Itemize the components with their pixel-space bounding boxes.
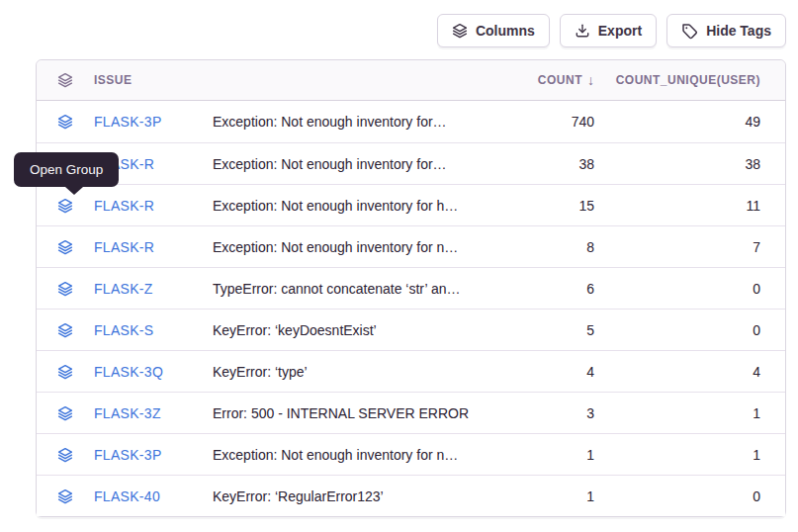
issue-group-icon[interactable]: [57, 364, 73, 380]
issues-table: ISSUE COUNT ↓ COUNT_UNIQUE(USER) FLASK-3…: [36, 59, 786, 517]
open-group-tooltip: Open Group: [14, 152, 119, 187]
table-body: FLASK-3P Exception: Not enough inventory…: [37, 101, 785, 516]
layers-icon: [57, 72, 73, 88]
issue-title: KeyError: ‘keyDoesntExist’: [213, 322, 505, 338]
count-value: 8: [586, 239, 594, 255]
issue-id-link[interactable]: FLASK-3Z: [94, 405, 213, 421]
count-value: 6: [586, 281, 594, 297]
issue-title: Error: 500 - INTERNAL SERVER ERROR: [213, 405, 505, 421]
issue-title: KeyError: ‘type’: [213, 364, 505, 380]
table-row[interactable]: FLASK-3P Exception: Not enough inventory…: [37, 101, 785, 142]
count-unique-value: 11: [746, 198, 760, 214]
issue-id-link[interactable]: FLASK-S: [94, 322, 213, 338]
open-group-tooltip-label: Open Group: [30, 162, 103, 177]
issue-title: Exception: Not enough inventory for n…: [213, 239, 505, 255]
hide-tags-button-label: Hide Tags: [706, 23, 771, 39]
layers-icon: [452, 23, 468, 39]
count-unique-value: 0: [753, 281, 760, 297]
count-value: 740: [572, 114, 594, 130]
issue-title: Exception: Not enough inventory for…: [213, 156, 505, 172]
issue-column-header: ISSUE: [94, 73, 213, 87]
tag-icon: [681, 23, 698, 40]
count-unique-value: 1: [753, 405, 760, 421]
table-row[interactable]: FLASK-Z TypeError: cannot concatenate ‘s…: [37, 267, 785, 309]
table-row[interactable]: FLASK-40 KeyError: ‘RegularError123’ 1 0: [37, 475, 785, 516]
count-unique-value: 7: [753, 239, 760, 255]
toolbar: Columns Export Hide Tags: [437, 14, 786, 47]
count-value: 38: [578, 156, 594, 172]
issue-group-icon[interactable]: [57, 322, 73, 338]
download-icon: [575, 23, 590, 39]
issue-group-icon[interactable]: [57, 114, 73, 130]
issue-title: TypeError: cannot concatenate ‘str’ an…: [213, 281, 505, 297]
issue-title: Exception: Not enough inventory for n…: [213, 447, 505, 463]
hide-tags-button[interactable]: Hide Tags: [666, 14, 786, 47]
table-row[interactable]: FLASK-R Exception: Not enough inventory …: [37, 184, 785, 225]
issue-id-link[interactable]: FLASK-Z: [94, 281, 213, 297]
issue-group-icon[interactable]: [57, 488, 73, 504]
issue-id-link[interactable]: FLASK-40: [94, 488, 213, 504]
export-button[interactable]: Export: [560, 14, 657, 47]
count-unique-value: 4: [753, 364, 760, 380]
table-row[interactable]: FLASK-S KeyError: ‘keyDoesntExist’ 5 0: [37, 309, 785, 350]
columns-button-label: Columns: [476, 23, 535, 39]
count-unique-value: 49: [745, 114, 760, 130]
issue-id-link[interactable]: FLASK-3P: [94, 447, 213, 463]
issue-id-link[interactable]: FLASK-R: [94, 198, 213, 214]
table-header-row: ISSUE COUNT ↓ COUNT_UNIQUE(USER): [37, 60, 785, 101]
count-column-header[interactable]: COUNT ↓: [538, 72, 594, 88]
table-row[interactable]: FLASK-3P Exception: Not enough inventory…: [37, 433, 785, 475]
issue-title: KeyError: ‘RegularError123’: [213, 488, 505, 504]
table-row[interactable]: FLASK-3Q KeyError: ‘type’ 4 4: [37, 350, 785, 392]
issue-title: Exception: Not enough inventory for…: [213, 114, 505, 130]
columns-button[interactable]: Columns: [437, 14, 550, 47]
issue-group-icon[interactable]: [57, 447, 73, 463]
issue-title: Exception: Not enough inventory for h…: [213, 198, 505, 214]
issue-id-link[interactable]: FLASK-3Q: [94, 364, 213, 380]
export-button-label: Export: [598, 23, 642, 39]
issue-group-icon[interactable]: [57, 198, 73, 214]
issue-group-icon[interactable]: [57, 239, 73, 255]
count-value: 3: [586, 405, 594, 421]
count-value: 15: [578, 198, 594, 214]
issue-id-link[interactable]: FLASK-R: [94, 239, 213, 255]
issue-group-icon[interactable]: [57, 405, 73, 421]
count-unique-column-header[interactable]: COUNT_UNIQUE(USER): [616, 73, 760, 87]
table-row[interactable]: FLASK-R Exception: Not enough inventory …: [37, 142, 785, 184]
table-row[interactable]: FLASK-3Z Error: 500 - INTERNAL SERVER ER…: [37, 392, 785, 433]
count-value: 1: [586, 488, 594, 504]
table-row[interactable]: FLASK-R Exception: Not enough inventory …: [37, 225, 785, 267]
count-value: 4: [586, 364, 594, 380]
sort-descending-icon: ↓: [587, 72, 594, 88]
issue-id-link[interactable]: FLASK-3P: [94, 114, 213, 130]
count-unique-value: 1: [753, 447, 760, 463]
issue-group-icon[interactable]: [57, 281, 73, 297]
count-unique-value: 38: [745, 156, 760, 172]
count-value: 5: [586, 322, 594, 338]
count-value: 1: [586, 447, 594, 463]
count-unique-value: 0: [753, 488, 760, 504]
count-unique-value: 0: [753, 322, 760, 338]
